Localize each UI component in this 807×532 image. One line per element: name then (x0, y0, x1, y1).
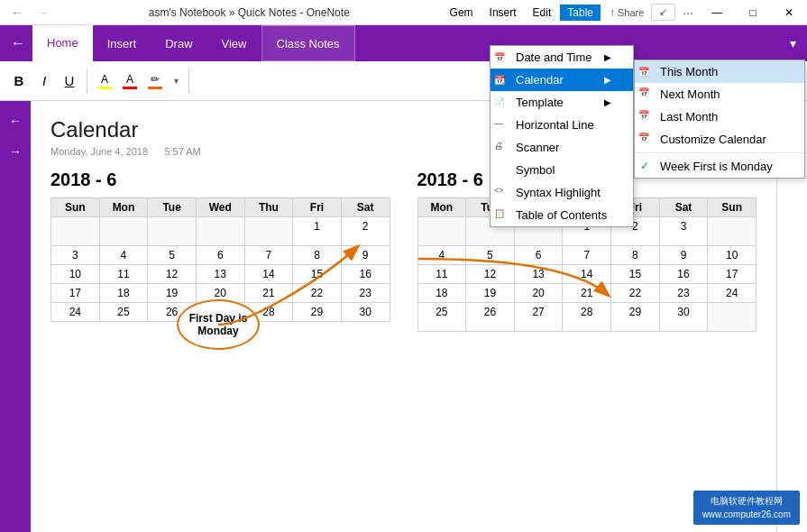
toolbar-divider (87, 69, 87, 94)
tab-home[interactable]: Home (32, 25, 93, 61)
italic-button[interactable]: I (32, 69, 56, 94)
cal-day-mon: Mon (99, 198, 148, 217)
tab-view[interactable]: View (207, 25, 261, 61)
left-nav-back[interactable]: ← (3, 108, 28, 133)
calendar-left-header: 2018 - 6 (50, 170, 390, 190)
gem-item[interactable]: Gem (443, 5, 481, 21)
minimize-button[interactable]: — (699, 0, 735, 25)
date-time-menu-item[interactable]: 📅 Date and Time ▶ (491, 46, 633, 69)
ribbon-back-button[interactable]: ← (4, 25, 32, 61)
maximize-button[interactable]: □ (735, 0, 771, 25)
toolbar-divider-2 (188, 69, 189, 94)
more-options-button[interactable]: ··· (677, 4, 699, 22)
horizontal-line-menu-item[interactable]: — Horizontal Line (491, 114, 633, 136)
collapse-ribbon-btn[interactable]: ▾ (790, 36, 796, 50)
calendar-submenu: 📅 This Month 📅 Next Month 📅 Last Month 📅… (634, 60, 805, 179)
last-month-menu-item[interactable]: 📅 Last Month (635, 105, 804, 128)
cal-day-wed: Wed (196, 198, 244, 217)
insert-menu-item[interactable]: Insert (482, 5, 524, 21)
pen-button[interactable]: ✏ (143, 69, 167, 94)
cal-day-sun: Sun (51, 198, 100, 217)
this-month-menu-item[interactable]: 📅 This Month (635, 60, 804, 83)
cal-day-sat: Sat (341, 198, 390, 217)
page-date: Monday, June 4, 2018 (50, 146, 148, 157)
cal-day-thu: Thu (244, 198, 293, 217)
edit-menu-item[interactable]: Edit (526, 5, 559, 21)
left-nav-forward[interactable]: → (3, 139, 28, 164)
bold-button[interactable]: B (7, 69, 31, 94)
week-first-monday-menu-item[interactable]: ✓ Week First is Monday (635, 155, 804, 178)
nav-forward-button[interactable]: → (31, 3, 54, 23)
table-menu-item[interactable]: Table (560, 5, 601, 21)
annotation-bubble: First Day isMonday (177, 299, 260, 350)
divider (635, 152, 804, 153)
highlight-button[interactable]: A (93, 69, 116, 94)
close-button[interactable]: ✕ (771, 0, 807, 25)
font-color-button[interactable]: A (118, 69, 142, 94)
cal-day-tue: Tue (148, 198, 197, 217)
syntax-highlight-menu-item[interactable]: <> Syntax Highlight (491, 181, 633, 204)
nav-back-button[interactable]: ← (5, 3, 29, 23)
window-title: asm's Notebook » Quick Notes - OneNote (60, 6, 439, 19)
more-toolbar-button[interactable]: ▾ (169, 69, 183, 94)
scanner-menu-item[interactable]: 🖨 Scanner (491, 136, 633, 159)
ribbon: ← Home Insert Draw View Class Notes ▾ (0, 25, 807, 61)
template-menu-item[interactable]: 📄 Template ▶ (491, 91, 633, 114)
calendar-menu-item[interactable]: 📆 Calendar ▶ (491, 69, 633, 91)
cal-day-fri: Fri (293, 198, 342, 217)
symbol-menu-item[interactable]: Symbol (491, 159, 633, 181)
pen-icon: ✏ (151, 73, 160, 86)
toolbar-more-button[interactable]: ↙ (651, 4, 675, 21)
next-month-menu-item[interactable]: 📅 Next Month (635, 83, 804, 105)
table-of-contents-menu-item[interactable]: 📋 Table of Contents (491, 204, 633, 226)
watermark: 电脑软硬件教程网 www.computer26.com (693, 491, 800, 525)
tab-draw[interactable]: Draw (151, 25, 206, 61)
underline-button[interactable]: U (58, 69, 81, 94)
page-time: 5:57 AM (164, 146, 200, 157)
pen-color-bar (148, 87, 162, 89)
font-color-icon: A (126, 73, 133, 86)
insert-dropdown-menu: 📅 Date and Time ▶ 📆 Calendar ▶ 📄 Templat… (490, 45, 634, 227)
highlight-color-bar (97, 87, 112, 89)
share-button[interactable]: ↑ Share (604, 5, 649, 21)
gem-menu-bar: Gem Insert Edit Table (439, 0, 604, 25)
font-color-bar (123, 87, 137, 89)
tab-insert[interactable]: Insert (93, 25, 151, 61)
tab-class-notes[interactable]: Class Notes (261, 25, 355, 61)
highlight-icon: A (101, 73, 108, 86)
left-navigation: ← → (0, 101, 31, 532)
customize-calendar-menu-item[interactable]: 📅 Customize Calendar (635, 128, 804, 151)
